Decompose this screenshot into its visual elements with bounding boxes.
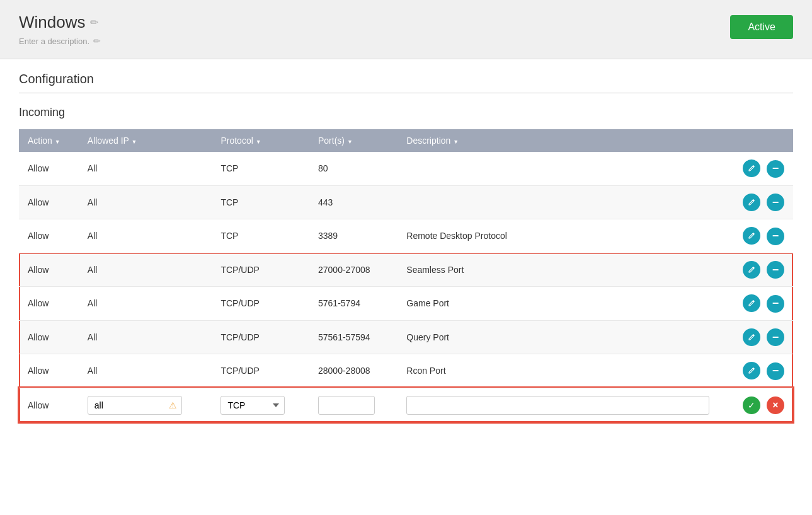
incoming-title: Incoming <box>19 106 793 119</box>
sort-icon: ▼ <box>132 139 137 145</box>
new-row-ip-input[interactable] <box>88 396 182 415</box>
edit-row-button[interactable] <box>743 294 760 312</box>
cell-action: Allow <box>19 152 79 185</box>
cell-description: Rcon Port <box>397 354 718 388</box>
table-header: Action ▼ Allowed IP ▼ Protocol ▼ Port(s)… <box>19 129 793 152</box>
cell-allowed-ip: All <box>79 219 212 253</box>
cell-description: Seamless Port <box>397 253 718 287</box>
minus-icon: − <box>772 264 779 275</box>
minus-icon: − <box>772 163 779 174</box>
cell-ports: 5761-5794 <box>309 287 397 321</box>
col-ports[interactable]: Port(s) ▼ <box>309 129 397 152</box>
cell-protocol: TCP/UDP <box>212 287 309 321</box>
cell-protocol: TCP/UDP <box>212 354 309 388</box>
confirm-new-row-button[interactable]: ✓ <box>743 396 760 414</box>
new-row-description-cell <box>397 388 718 422</box>
page-title: Windows <box>19 13 85 32</box>
minus-icon: − <box>772 230 779 241</box>
cell-row-actions: − <box>718 219 793 253</box>
new-row-ip-cell: ⚠ <box>79 388 212 422</box>
page-description: Enter a description. ✏ <box>19 36 793 46</box>
table-row: Allow All TCP/UDP 57561-57594 Query Port… <box>19 320 793 354</box>
cell-ports: 57561-57594 <box>309 320 397 354</box>
cell-action: Allow <box>19 354 79 388</box>
status-badge[interactable]: Active <box>730 15 793 39</box>
cell-allowed-ip: All <box>79 152 212 185</box>
new-row-protocol-select[interactable]: TCPUDPTCP/UDP <box>220 396 285 415</box>
col-actions-header <box>718 129 793 152</box>
new-row-port-input[interactable] <box>318 396 375 415</box>
warning-icon: ⚠ <box>169 400 177 410</box>
table-row: Allow All TCP 3389 Remote Desktop Protoc… <box>19 219 793 253</box>
description-edit-icon[interactable]: ✏ <box>93 36 101 46</box>
edit-row-button[interactable] <box>743 362 760 379</box>
cell-row-actions: − <box>718 152 793 185</box>
edit-row-button[interactable] <box>743 194 760 211</box>
remove-row-button[interactable]: − <box>767 295 784 313</box>
remove-row-button[interactable]: − <box>767 328 784 346</box>
table-body: Allow All TCP 80 − Allow All TCP 443 <box>19 152 793 422</box>
edit-row-button[interactable] <box>743 159 760 177</box>
new-row-description-input[interactable] <box>406 396 709 415</box>
cell-row-actions: − <box>718 185 793 219</box>
times-icon: × <box>772 400 778 411</box>
table-row: Allow All TCP 80 − <box>19 152 793 185</box>
main-content: Configuration Incoming Action ▼ Allowed … <box>0 59 812 436</box>
cell-protocol: TCP <box>212 219 309 253</box>
sort-icon: ▼ <box>55 139 60 145</box>
minus-icon: − <box>772 365 779 376</box>
cell-protocol: TCP <box>212 185 309 219</box>
col-action[interactable]: Action ▼ <box>19 129 79 152</box>
cell-allowed-ip: All <box>79 287 212 321</box>
table-row: Allow All TCP/UDP 28000-28008 Rcon Port … <box>19 354 793 388</box>
cell-ports: 443 <box>309 185 397 219</box>
new-rule-row: Allow ⚠ TCPUDPTCP/UDP ✓ × <box>19 388 793 422</box>
cell-row-actions: − <box>718 287 793 321</box>
col-description[interactable]: Description ▼ <box>397 129 718 152</box>
cell-description <box>397 185 718 219</box>
page-title-wrapper: Windows ✏ <box>19 13 793 32</box>
cell-protocol: TCP <box>212 152 309 185</box>
cell-description: Query Port <box>397 320 718 354</box>
minus-icon: − <box>772 197 779 208</box>
remove-row-button[interactable]: − <box>767 160 784 178</box>
sort-icon: ▼ <box>453 139 459 145</box>
remove-row-button[interactable]: − <box>767 228 784 245</box>
edit-row-button[interactable] <box>743 328 760 346</box>
edit-row-button[interactable] <box>743 227 760 245</box>
cell-ports: 3389 <box>309 219 397 253</box>
cell-action: Allow <box>19 253 79 287</box>
title-edit-icon[interactable]: ✏ <box>90 16 98 28</box>
cell-allowed-ip: All <box>79 253 212 287</box>
edit-row-button[interactable] <box>743 261 760 279</box>
new-row-protocol-cell: TCPUDPTCP/UDP <box>212 388 309 422</box>
cell-ports: 28000-28008 <box>309 354 397 388</box>
cell-action: Allow <box>19 320 79 354</box>
col-allowed-ip[interactable]: Allowed IP ▼ <box>79 129 212 152</box>
check-icon: ✓ <box>748 400 755 410</box>
table-row: Allow All TCP/UDP 27000-27008 Seamless P… <box>19 253 793 287</box>
table-row: Allow All TCP 443 − <box>19 185 793 219</box>
cell-protocol: TCP/UDP <box>212 320 309 354</box>
remove-row-button[interactable]: − <box>767 261 784 279</box>
cell-allowed-ip: All <box>79 185 212 219</box>
new-row-confirm-actions: ✓ × <box>718 388 793 422</box>
cancel-new-row-button[interactable]: × <box>767 396 784 414</box>
remove-row-button[interactable]: − <box>767 194 784 211</box>
new-row-action: Allow <box>19 388 79 422</box>
cell-action: Allow <box>19 185 79 219</box>
table-row: Allow All TCP/UDP 5761-5794 Game Port − <box>19 287 793 321</box>
cell-row-actions: − <box>718 253 793 287</box>
new-row-port-cell <box>309 388 397 422</box>
minus-icon: − <box>772 298 779 309</box>
col-protocol[interactable]: Protocol ▼ <box>212 129 309 152</box>
cell-protocol: TCP/UDP <box>212 253 309 287</box>
cell-row-actions: − <box>718 320 793 354</box>
cell-allowed-ip: All <box>79 320 212 354</box>
cell-description: Game Port <box>397 287 718 321</box>
cell-ports: 27000-27008 <box>309 253 397 287</box>
sort-icon: ▼ <box>256 139 261 145</box>
cell-description: Remote Desktop Protocol <box>397 219 718 253</box>
remove-row-button[interactable]: − <box>767 362 784 380</box>
firewall-rules-table: Action ▼ Allowed IP ▼ Protocol ▼ Port(s)… <box>19 129 793 423</box>
